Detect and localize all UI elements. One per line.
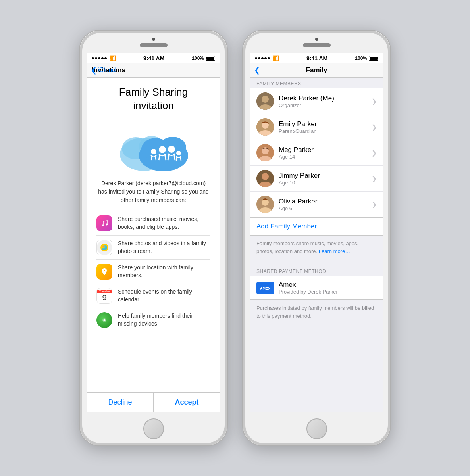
dot4 (101, 57, 104, 60)
avatar-jimmy (256, 170, 274, 187)
invitation-desc: Derek Parker (derek.parker7@icloud.com) … (96, 179, 210, 204)
family-note: Family members share music, movies, apps… (250, 236, 383, 259)
emily-role: Parent/Guardian (279, 128, 372, 134)
battery-icon-2 (369, 56, 378, 61)
emily-name: Emily Parker (279, 120, 372, 128)
member-info-derek: Derek Parker (Me) Organizer (279, 94, 372, 108)
member-derek[interactable]: Derek Parker (Me) Organizer ❯ (250, 88, 383, 114)
dot3-2 (261, 57, 264, 60)
member-olivia[interactable]: Olivia Parker Age 6 ❯ (250, 192, 383, 217)
photos-icon (96, 240, 112, 255)
payment-item-amex[interactable]: AMEX Amex Provided by Derek Parker (250, 276, 383, 299)
payment-header: SHARED PAYMENT METHOD (250, 265, 383, 276)
feature-item-music: Share purchased music, movies, books, an… (96, 211, 210, 236)
family-scroll-content: FAMILY MEMBERS Derek Parker (Me) Organiz… (250, 78, 383, 412)
invitation-title: Family Sharing invitation (119, 86, 188, 113)
derek-name: Derek Parker (Me) (279, 94, 372, 102)
member-emily[interactable]: Emily Parker Parent/Guardian ❯ (250, 114, 383, 140)
avatar-emily (256, 118, 274, 136)
payment-sub: Provided by Derek Parker (279, 289, 338, 295)
svg-point-15 (176, 151, 181, 155)
feature-text-photos: Share photos and videos in a family phot… (118, 240, 210, 255)
svg-point-9 (159, 146, 166, 153)
member-jimmy[interactable]: Jimmy Parker Age 10 ❯ (250, 166, 383, 192)
member-info-meg: Meg Parker Age 14 (279, 146, 372, 160)
olivia-role: Age 6 (279, 205, 372, 211)
chevron-jimmy: ❯ (372, 175, 377, 182)
svg-point-24 (104, 319, 106, 321)
add-family-member-button[interactable]: Add Family Member… (250, 217, 383, 236)
back-button-1[interactable]: ❮ iCloud (91, 66, 116, 75)
phone-invitations: 📶 9:41 AM 100% ❮ iCloud Invitations (79, 30, 228, 446)
screen-1: 📶 9:41 AM 100% ❮ iCloud Invitations (87, 53, 220, 412)
learn-more-link[interactable]: Learn more… (319, 248, 350, 254)
dot3 (98, 57, 100, 60)
status-left-2: 📶 (255, 55, 279, 61)
accept-button[interactable]: Accept (154, 393, 220, 412)
feature-text-calendar: Schedule events on the family calendar. (118, 288, 210, 303)
svg-point-19 (106, 223, 108, 225)
nav-bar-2: ❮ Family (250, 63, 383, 78)
decline-button[interactable]: Decline (87, 393, 154, 412)
chevron-olivia: ❯ (372, 201, 377, 208)
feature-text-findmy: Help family members find their missing d… (118, 312, 210, 328)
avatar-olivia (256, 196, 274, 213)
screen-2: 📶 9:41 AM 100% ❮ Family FAMILY ME (250, 53, 383, 412)
battery-icon-1 (206, 56, 215, 61)
battery-pct-2: 100% (355, 56, 367, 61)
member-meg[interactable]: Meg Parker Age 14 ❯ (250, 140, 383, 166)
status-time-2: 9:41 AM (306, 55, 327, 61)
battery-fill-2 (370, 57, 378, 60)
dot5-2 (268, 57, 270, 60)
feature-item-photos: Share photos and videos in a family phot… (96, 236, 210, 260)
phone-top-2 (243, 31, 390, 53)
chevron-derek: ❯ (372, 98, 377, 105)
dot5 (104, 57, 107, 60)
meg-name: Meg Parker (279, 146, 372, 154)
home-button-1[interactable] (143, 418, 164, 439)
derek-role: Organizer (279, 102, 372, 108)
invite-buttons: Decline Accept (87, 392, 220, 412)
findmy-icon (96, 312, 112, 328)
wifi-icon-2: 📶 (272, 55, 279, 61)
feature-text-music: Share purchased music, movies, books, an… (118, 215, 210, 231)
amex-icon: AMEX (256, 282, 274, 294)
home-button-2[interactable] (306, 418, 327, 439)
dot1 (92, 57, 94, 60)
feature-text-location: Share your location with family members. (118, 264, 210, 279)
svg-point-22 (102, 245, 107, 250)
chevron-left-icon-2: ❮ (254, 66, 260, 75)
status-bar-1: 📶 9:41 AM 100% (87, 53, 220, 63)
svg-point-18 (102, 224, 104, 226)
family-members-header: FAMILY MEMBERS (250, 78, 383, 88)
status-time-1: 9:41 AM (143, 55, 164, 61)
battery-pct-1: 100% (192, 56, 204, 61)
nav-bar-1: ❮ iCloud Invitations (87, 63, 220, 78)
back-button-2[interactable]: ❮ (254, 66, 260, 75)
jimmy-role: Age 10 (279, 180, 372, 186)
feature-list: Share purchased music, movies, books, an… (96, 211, 210, 332)
svg-point-12 (168, 146, 175, 153)
speaker-2 (303, 43, 331, 47)
nav-title-2: Family (306, 66, 327, 74)
cloud-illustration (114, 121, 193, 172)
location-icon (96, 264, 112, 280)
payment-info: Amex Provided by Derek Parker (279, 281, 338, 295)
chevron-meg: ❯ (372, 149, 377, 157)
jimmy-name: Jimmy Parker (279, 172, 372, 180)
back-label-1: iCloud (98, 67, 116, 74)
svg-text:AMEX: AMEX (260, 286, 270, 290)
svg-point-35 (262, 173, 269, 180)
phone-family: 📶 9:41 AM 100% ❮ Family FAMILY ME (242, 30, 391, 446)
calendar-icon: Tuesday 9 (96, 288, 112, 304)
music-icon (96, 215, 112, 231)
feature-item-findmy: Help family members find their missing d… (96, 308, 210, 332)
camera-dot-2 (315, 38, 318, 41)
signal-dots-2 (255, 57, 270, 60)
payment-name: Amex (279, 281, 338, 289)
phone-top-1 (80, 31, 227, 53)
chevron-emily: ❯ (372, 123, 377, 131)
dot4-2 (264, 57, 267, 60)
invitation-content: Family Sharing invitation (87, 78, 220, 392)
family-members-list: Derek Parker (Me) Organizer ❯ Emily Park… (250, 88, 383, 217)
